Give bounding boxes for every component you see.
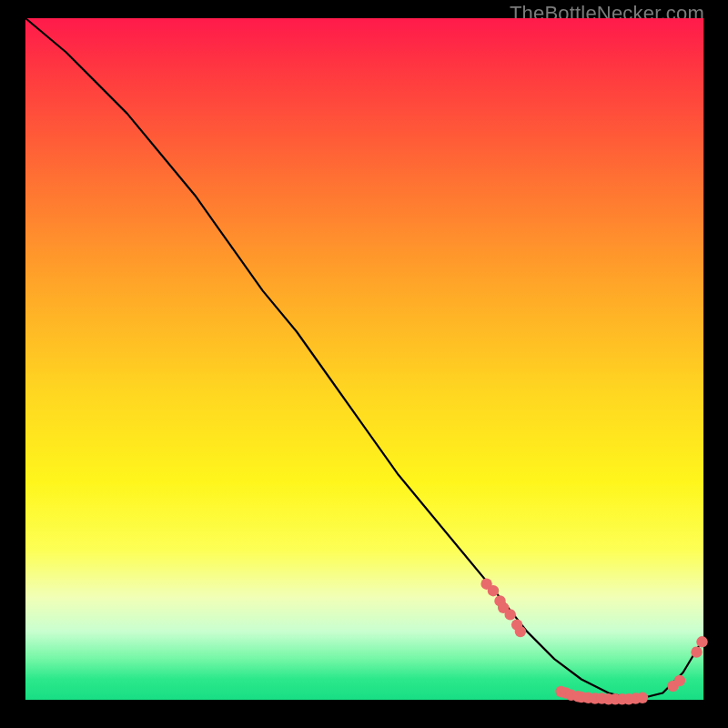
plot-svg [25,18,703,700]
data-marker [505,609,516,620]
chart-stage: TheBottleNecker.com [0,0,728,728]
data-marker [515,626,526,637]
data-marker [637,693,648,703]
data-marker [691,646,702,657]
plot-area [25,18,703,700]
data-marker [674,675,685,686]
data-marker [488,585,499,596]
bottleneck-curve [25,18,703,700]
data-marker [696,636,707,647]
